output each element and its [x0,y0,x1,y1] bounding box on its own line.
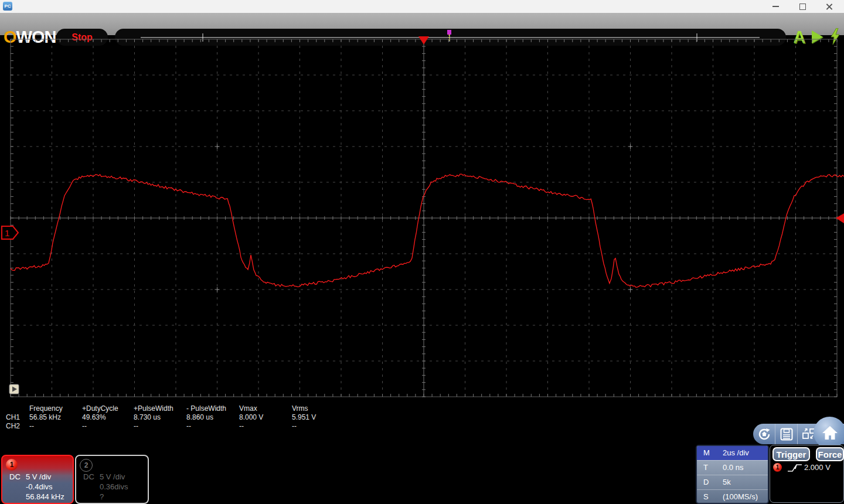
ch2-scale: 5 V /div [100,472,125,481]
graticule [11,39,837,397]
trigger-record-marker-icon [447,30,451,35]
home-icon [821,425,839,441]
timebase-m-value: 2us /div [723,446,749,460]
force-trigger-button[interactable]: Force [816,447,844,461]
measurement-value: -- [134,422,138,430]
timebase-panel[interactable]: M 2us /div T 0.0 ns D 5k S (100MS/s) [696,445,769,504]
measurement-channel-label: CH2 [6,422,20,430]
measurements-panel: Frequency+DutyCycle+PulseWidth- PulseWid… [0,403,375,431]
app-icon: PC [3,2,12,11]
timebase-t-label: T [703,461,708,475]
measurement-value: -- [292,422,297,430]
measurement-value: 49.63% [82,413,106,421]
ch1-zero-level-marker[interactable]: 1 [2,226,18,239]
ch1-settings-box[interactable]: 1 DC 5 V /div -0.4divs 56.844 kHz [1,455,74,504]
measurement-column-1: Frequency [29,404,63,413]
ch1-scale: 5 V /div [26,472,51,481]
trigger-menu-button[interactable]: Trigger [772,447,810,461]
close-icon [826,3,833,10]
refresh-view-button[interactable] [753,424,775,444]
measurement-value: -- [186,422,191,430]
ch1-coupling: DC [9,472,21,481]
minimize-button[interactable] [765,0,785,13]
os-titlebar: PC [0,0,844,13]
trigger-panel: Trigger Force 1 2.000 V [770,445,844,503]
close-button[interactable] [819,0,839,13]
ch1-offset: -0.4divs [26,482,53,491]
measurement-value: -- [29,422,34,430]
measurement-column-2: +DutyCycle [82,404,118,413]
scope-display: 1 [0,35,844,404]
toolbar: OWON Stop A [0,13,844,35]
step-forward-button[interactable] [9,384,19,394]
save-floppy-icon [780,428,793,441]
trigger-source-badge: 1 [773,463,782,472]
ch1-badge: 1 [6,459,18,471]
refresh-home-icon [757,427,771,441]
timebase-d-label: D [703,475,709,489]
measurement-value: 56.85 kHz [29,413,61,421]
measurement-column-6: Vrms [292,404,308,413]
timebase-s-value: (100MS/s) [723,490,758,504]
ch2-offset: 0.36divs [100,482,128,491]
timebase-s-label: S [703,490,709,504]
minimize-icon [772,6,779,7]
measurement-value: -- [82,422,87,430]
trigger-level-value: 2.000 V [804,463,831,472]
home-button[interactable] [814,417,844,449]
svg-text:1: 1 [5,228,9,238]
timebase-row-s[interactable]: S (100MS/s) [697,489,768,504]
waveform-trace-ch1 [11,174,844,287]
ch2-frequency: ? [100,492,104,501]
measurement-value: 8.860 us [186,413,213,421]
measurement-value: 8.730 us [134,413,161,421]
ch2-badge: 2 [80,459,93,472]
timebase-t-value: 0.0 ns [723,461,743,475]
measurement-value: -- [239,422,244,430]
restore-button[interactable] [792,0,812,13]
trigger-position-marker-icon[interactable] [418,36,429,45]
ch2-settings-box[interactable]: 2 DC 5 V /div 0.36divs ? [75,455,149,504]
timebase-m-label: M [703,446,710,460]
measurement-value: 5.951 V [292,413,316,421]
timebase-row-d[interactable]: D 5k [697,475,768,489]
rising-edge-icon [787,463,803,473]
measurement-column-4: - PulseWidth [186,404,226,413]
timebase-row-t[interactable]: T 0.0 ns [697,460,768,475]
save-button[interactable] [775,424,798,444]
measurement-column-3: +PulseWidth [134,404,173,413]
timebase-d-value: 5k [723,475,731,489]
measurement-column-5: Vmax [239,404,257,413]
ch2-coupling: DC [83,472,94,481]
measurement-value: 8.000 V [239,413,263,421]
timebase-row-m[interactable]: M 2us /div [697,446,768,460]
restore-icon [799,4,806,10]
ch1-frequency: 56.844 kHz [26,492,64,501]
measurement-channel-label: CH1 [6,413,20,421]
